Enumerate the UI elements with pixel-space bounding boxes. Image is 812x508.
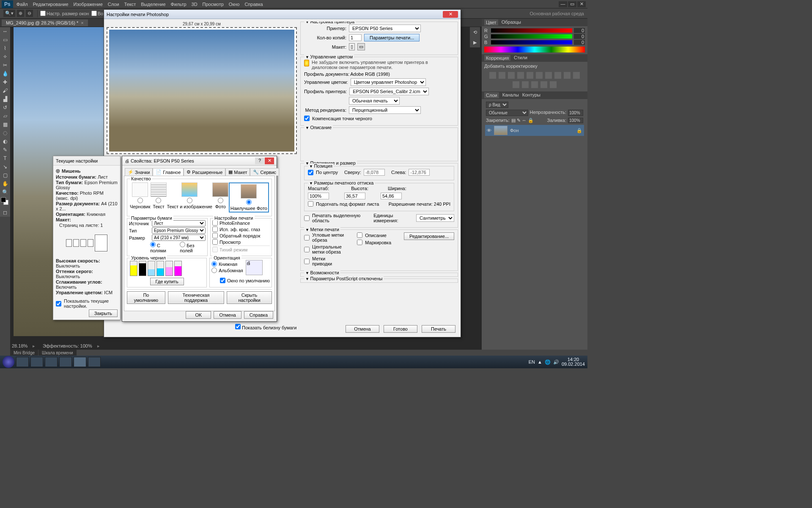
reverse-checkbox[interactable]	[212, 233, 218, 238]
preview-checkbox[interactable]	[212, 239, 218, 245]
left-input[interactable]	[409, 169, 430, 176]
tab-color[interactable]: Цвет	[484, 19, 498, 25]
zoom-in-icon[interactable]: ⊕	[17, 10, 24, 17]
marquee-tool-icon[interactable]: ▭	[0, 36, 10, 44]
lock-icons[interactable]: ▤ ✎ ↔ 🔒	[511, 118, 534, 123]
tab-styles[interactable]: Стили	[514, 55, 527, 61]
hand-tool-icon[interactable]: ✋	[0, 179, 10, 188]
menu-view[interactable]: Просмотр	[203, 2, 224, 7]
quality-text[interactable]: Текст	[151, 182, 167, 213]
opt-all-windows[interactable]	[91, 11, 97, 16]
menu-text[interactable]: Текст	[124, 2, 136, 7]
redeye-checkbox[interactable]	[212, 226, 218, 232]
tab-channels[interactable]: Каналы	[502, 92, 519, 98]
fill-input[interactable]	[568, 118, 583, 123]
units-select[interactable]: Сантиметры	[416, 214, 454, 222]
menu-layers[interactable]: Слои	[108, 2, 119, 7]
borders-radio[interactable]: С полями	[150, 242, 175, 253]
slider-g[interactable]	[491, 34, 572, 39]
zoom-out-icon[interactable]: ⊖	[26, 10, 33, 17]
crop-tool-icon[interactable]: ✂	[0, 61, 10, 69]
portrait-radio[interactable]	[211, 261, 217, 267]
adj-photo-icon[interactable]	[554, 72, 561, 79]
selection-only-checkbox[interactable]	[304, 215, 310, 221]
quality-photo[interactable]: Фото	[212, 182, 228, 213]
document-tab[interactable]: MG_2490.jpg @ 28.2% (RGB/16) *×	[2, 19, 88, 26]
bpc-checkbox[interactable]	[304, 116, 310, 121]
paper-size-select[interactable]: A4 (210 x 297 мм)	[152, 235, 206, 241]
close-button[interactable]: Закрыть	[89, 309, 118, 317]
borderless-radio[interactable]: Без полей	[180, 242, 206, 253]
tech-support-button[interactable]: Техническая поддержка	[168, 291, 224, 304]
dodge-tool-icon[interactable]: ◐	[0, 137, 10, 146]
start-button[interactable]	[3, 356, 14, 368]
help-icon[interactable]: ?	[255, 157, 264, 164]
quality-textimg[interactable]: Текст и изображение	[167, 182, 212, 213]
adj-exposure-icon[interactable]	[517, 72, 524, 79]
center-marks-checkbox[interactable]	[304, 247, 310, 252]
adj-brightness-icon[interactable]	[489, 72, 496, 79]
tab-adjustments[interactable]: Коррекция	[484, 55, 510, 61]
blend-mode[interactable]: Обычные	[486, 110, 528, 116]
printer-profile-select[interactable]: EPSON P50 Series_Calibr 2.icm	[349, 88, 429, 95]
rendering-intent-select[interactable]: Перцепционный	[349, 106, 421, 114]
close-tab-icon[interactable]: ×	[81, 20, 83, 25]
color-swatches[interactable]	[0, 196, 10, 208]
print-settings-button[interactable]: Параметры печати...	[364, 34, 420, 41]
task-wmp-icon[interactable]	[45, 357, 58, 367]
heal-tool-icon[interactable]: ✚	[0, 78, 10, 86]
slider-r[interactable]	[491, 28, 572, 33]
menu-help[interactable]: Справка	[244, 2, 263, 7]
print-button[interactable]: Печать	[422, 325, 455, 333]
menu-filter[interactable]: Фильтр	[171, 2, 187, 7]
task-chrome-icon[interactable]	[59, 357, 72, 367]
fit-checkbox[interactable]	[308, 201, 313, 207]
shape-tool-icon[interactable]: ▢	[0, 171, 10, 179]
clock[interactable]: 14:2009.02.2014	[562, 357, 585, 367]
task-paint-icon[interactable]	[88, 357, 101, 367]
task-ie-icon[interactable]	[16, 357, 29, 367]
scale-input[interactable]	[308, 193, 329, 199]
landscape-radio[interactable]	[211, 268, 217, 273]
color-handling-select[interactable]: Цветом управляет Photoshop	[351, 78, 426, 86]
adj-invert-icon[interactable]	[513, 81, 519, 88]
tab-layout[interactable]: ▦Макет	[225, 168, 250, 176]
adj-mixer-icon[interactable]	[564, 72, 571, 79]
quality-best[interactable]: Наилучшее Фото	[229, 182, 269, 213]
history-brush-icon[interactable]: ↺	[0, 103, 10, 112]
description-checkbox[interactable]	[357, 232, 362, 238]
height-input[interactable]	[344, 193, 365, 199]
adj-bw-icon[interactable]	[545, 72, 552, 79]
printer-select[interactable]: EPSON P50 Series	[349, 25, 421, 32]
move-tool-icon[interactable]: ↔	[0, 27, 10, 36]
adj-poster-icon[interactable]	[522, 81, 529, 88]
photoenhance-checkbox[interactable]	[212, 220, 218, 226]
lang-indicator[interactable]: EN	[529, 359, 535, 364]
slider-b[interactable]	[491, 40, 572, 44]
show-paper-white-checkbox[interactable]: Показать белизну бумаги	[235, 324, 296, 330]
adj-selective-icon[interactable]	[550, 81, 557, 88]
landscape-icon[interactable]: ▭	[357, 43, 365, 50]
print-type-select[interactable]: Обычная печать	[349, 97, 400, 105]
center-checkbox[interactable]	[308, 170, 313, 175]
tab-layers[interactable]: Слои	[484, 92, 499, 98]
gradient-tool-icon[interactable]: ▦	[0, 120, 10, 129]
adj-levels-icon[interactable]	[499, 72, 505, 79]
tray-volume-icon[interactable]: 🔊	[553, 359, 559, 365]
hide-settings-button[interactable]: Скрыть настройки	[227, 291, 272, 304]
adj-gradient-icon[interactable]	[540, 81, 547, 88]
pen-tool-icon[interactable]: ✎	[0, 146, 10, 154]
stamp-tool-icon[interactable]: ▟	[0, 95, 10, 103]
width-input[interactable]	[381, 193, 402, 199]
tab-service[interactable]: 🔧Сервис	[250, 168, 279, 176]
tool-preset-icon[interactable]: 🔍▾	[3, 10, 15, 17]
layer-row[interactable]: 👁 Фон 🔒	[485, 125, 584, 136]
print-dialog-titlebar[interactable]: Настройки печати Photoshop ✕	[104, 10, 461, 19]
opt-resize-windows[interactable]	[40, 11, 46, 16]
close-icon[interactable]: ✕	[443, 11, 458, 18]
help-button[interactable]: Справка	[244, 311, 273, 319]
labels-checkbox[interactable]	[357, 240, 362, 245]
color-spectrum[interactable]	[484, 47, 585, 52]
history-panel-icon[interactable]: ⟲	[470, 27, 480, 37]
task-explorer-icon[interactable]	[30, 357, 43, 367]
